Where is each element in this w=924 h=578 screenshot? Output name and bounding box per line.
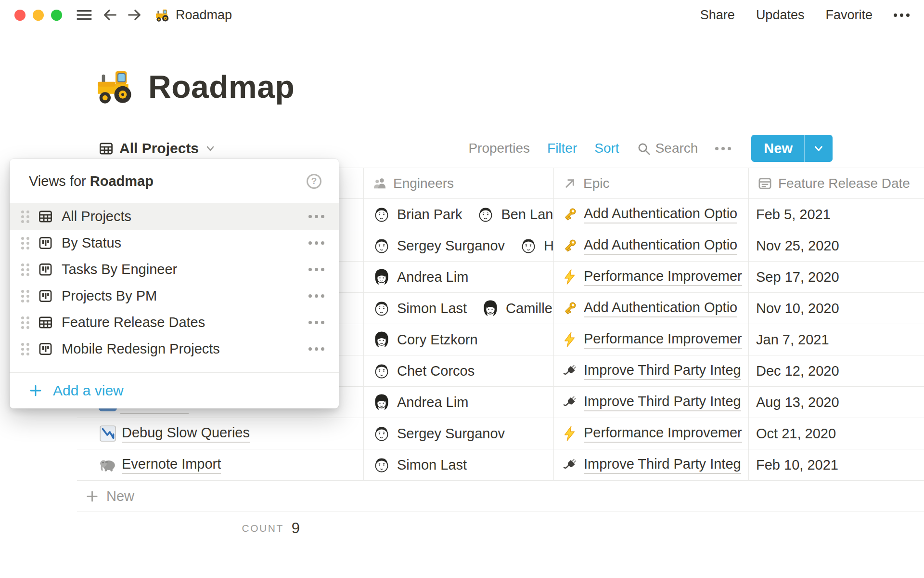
epic-cell[interactable]: Performance Improvemer — [553, 324, 748, 355]
search-icon — [637, 142, 651, 156]
view-switcher[interactable]: All Projects — [99, 140, 216, 157]
topbar-action-share[interactable]: Share — [700, 8, 735, 23]
topbar-action-updates[interactable]: Updates — [756, 8, 805, 23]
name-cell[interactable]: Evernote Import — [77, 449, 363, 480]
epic-link[interactable]: Add Authentication Optio — [584, 237, 737, 255]
view-item-feature-release-dates[interactable]: Feature Release Dates — [10, 309, 339, 336]
date-cell[interactable]: Dec 12, 2020 — [748, 355, 924, 386]
add-view-button[interactable]: Add a view — [10, 372, 339, 408]
table-row: Debug Slow Queries Sergey Surganov Perfo… — [77, 418, 924, 449]
calendar-icon — [757, 176, 772, 191]
date-cell[interactable]: Feb 5, 2021 — [748, 199, 924, 230]
engineers-cell[interactable]: Chet Corcos — [363, 355, 553, 386]
new-button-label: New — [751, 135, 804, 162]
view-item-more-button[interactable] — [308, 241, 324, 245]
filter-button[interactable]: Filter — [547, 141, 577, 156]
breadcrumb-title: Roadmap — [176, 8, 232, 23]
page-title[interactable]: Roadmap — [148, 68, 295, 105]
toolbar-more-button[interactable] — [715, 147, 731, 150]
epic-cell[interactable]: Improve Third Party Integ — [553, 355, 748, 386]
epic-cell[interactable]: Performance Improvemer — [553, 262, 748, 292]
avatar — [519, 236, 538, 255]
drag-handle-icon[interactable] — [21, 290, 29, 302]
view-item-all-projects[interactable]: All Projects — [10, 203, 339, 230]
search-button[interactable]: Search — [637, 141, 698, 156]
engineers-cell[interactable]: Sergey Surganov — [363, 418, 553, 449]
engineers-cell[interactable]: Sergey Surganov Ha — [363, 230, 553, 261]
name-cell[interactable]: Debug Slow Queries — [77, 418, 363, 449]
epic-cell[interactable]: Performance Improvemer — [553, 418, 748, 449]
project-page-link[interactable]: Evernote Import — [122, 456, 221, 474]
drag-handle-icon[interactable] — [21, 237, 29, 250]
epic-link[interactable]: Improve Third Party Integ — [584, 456, 741, 474]
avatar — [372, 456, 391, 474]
close-window-button[interactable] — [14, 10, 26, 21]
table-row: Evernote Import Simon Last Improve Third… — [77, 449, 924, 481]
epic-cell[interactable]: Add Authentication Optio — [553, 199, 748, 230]
new-button-dropdown[interactable] — [805, 135, 833, 162]
view-item-mobile-redesign-projects[interactable]: Mobile Redesign Projects — [10, 336, 339, 362]
engineers-cell[interactable]: Cory Etzkorn — [363, 324, 553, 355]
breadcrumb[interactable]: Roadmap — [155, 8, 232, 23]
view-item-more-button[interactable] — [308, 268, 324, 271]
engineers-cell[interactable]: Simon Last Camille R — [363, 293, 553, 324]
view-item-more-button[interactable] — [308, 294, 324, 298]
date-cell[interactable]: Feb 10, 2021 — [748, 449, 924, 480]
epic-link[interactable]: Performance Improvemer — [584, 331, 742, 349]
count-label[interactable]: COUNT — [242, 523, 284, 534]
engineers-cell[interactable]: Simon Last — [363, 449, 553, 480]
sidebar-toggle-button[interactable] — [76, 6, 93, 24]
epic-cell[interactable]: Improve Third Party Integ — [553, 449, 748, 480]
column-header-engineers[interactable]: Engineers — [363, 168, 553, 198]
date-cell[interactable]: Nov 10, 2020 — [748, 293, 924, 324]
view-item-more-button[interactable] — [308, 321, 324, 324]
view-item-projects-by-pm[interactable]: Projects By PM — [10, 283, 339, 309]
view-item-more-button[interactable] — [308, 215, 324, 218]
tractor-page-icon[interactable] — [96, 66, 135, 105]
column-header-epic[interactable]: Epic — [553, 168, 748, 198]
epic-link[interactable]: Add Authentication Optio — [584, 206, 737, 223]
topbar-more-button[interactable] — [894, 13, 910, 17]
add-row-button[interactable]: New — [77, 481, 924, 512]
date-cell[interactable]: Nov 25, 2020 — [748, 230, 924, 261]
epic-cell[interactable]: Add Authentication Optio — [553, 230, 748, 261]
epic-link[interactable]: Performance Improvemer — [584, 425, 742, 443]
back-button[interactable] — [102, 6, 119, 24]
key-icon — [562, 300, 578, 316]
date-cell[interactable]: Oct 21, 2020 — [748, 418, 924, 449]
new-record-button[interactable]: New — [751, 135, 833, 162]
engineers-cell[interactable]: Brian Park Ben Lang — [363, 199, 553, 230]
drag-handle-icon[interactable] — [21, 210, 29, 223]
forward-button[interactable] — [126, 6, 143, 24]
date-cell[interactable]: Jan 7, 2021 — [748, 324, 924, 355]
drag-handle-icon[interactable] — [21, 343, 29, 355]
column-header-feature-release-date[interactable]: Feature Release Date — [748, 168, 924, 198]
sort-button[interactable]: Sort — [594, 141, 619, 156]
properties-button[interactable]: Properties — [468, 141, 530, 156]
view-item-tasks-by-engineer[interactable]: Tasks By Engineer — [10, 256, 339, 283]
epic-cell[interactable]: Improve Third Party Integ — [553, 387, 748, 418]
minimize-window-button[interactable] — [33, 10, 44, 21]
help-icon[interactable]: ? — [307, 174, 321, 189]
epic-cell[interactable]: Add Authentication Optio — [553, 293, 748, 324]
avatar — [372, 299, 391, 317]
engineer-tag: Ben Lang — [476, 205, 553, 223]
board-view-icon — [38, 262, 53, 277]
view-item-by-status[interactable]: By Status — [10, 230, 339, 256]
project-page-link[interactable]: Debug Slow Queries — [122, 425, 250, 443]
epic-link[interactable]: Improve Third Party Integ — [584, 362, 741, 380]
engineers-cell[interactable]: Andrea Lim — [363, 387, 553, 418]
view-item-more-button[interactable] — [308, 347, 324, 351]
epic-link[interactable]: Add Authentication Optio — [584, 300, 737, 317]
drag-handle-icon[interactable] — [21, 316, 29, 329]
engineer-tag: Chet Corcos — [372, 362, 475, 380]
date-cell[interactable]: Sep 17, 2020 — [748, 262, 924, 292]
date-cell[interactable]: Aug 13, 2020 — [748, 387, 924, 418]
zoom-window-button[interactable] — [51, 10, 62, 21]
engineers-cell[interactable]: Andrea Lim — [363, 262, 553, 292]
drag-handle-icon[interactable] — [21, 263, 29, 276]
epic-link[interactable]: Improve Third Party Integ — [584, 394, 741, 411]
topbar-action-favorite[interactable]: Favorite — [825, 8, 873, 23]
board-view-icon — [38, 236, 53, 250]
epic-link[interactable]: Performance Improvemer — [584, 268, 742, 286]
